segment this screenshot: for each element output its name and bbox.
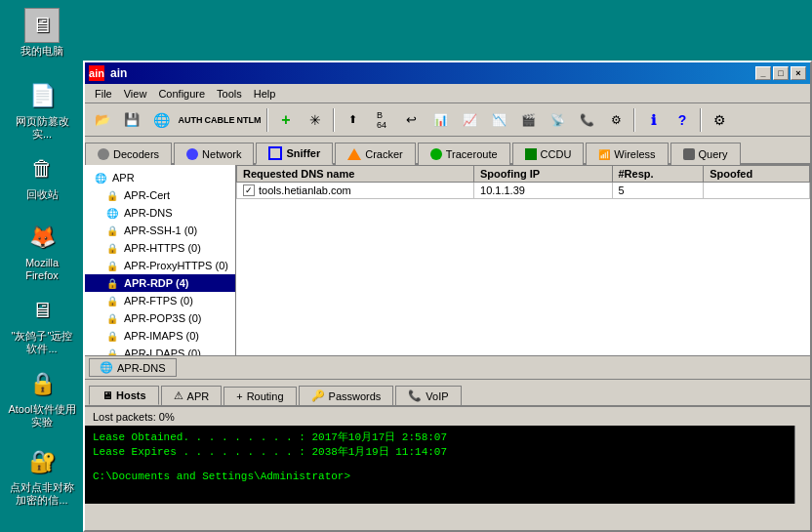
dns-icon: 🌐 [104, 205, 120, 221]
tb-chart3[interactable]: 📉 [485, 107, 512, 133]
tab-decoders[interactable]: Decoders [85, 143, 172, 165]
tb-gear[interactable]: ⚙ [602, 107, 629, 133]
tab-query[interactable]: Query [670, 143, 741, 165]
table-row[interactable]: ✓ tools.hetianlab.com 10.1.1.39 5 [237, 183, 810, 199]
tree-apr-pop3s[interactable]: 🔒 APR-POP3S (0) [85, 309, 235, 327]
row-checkbox[interactable]: ✓ [243, 184, 255, 196]
data-panel: Requested DNS name Spoofing IP #Resp. Sp… [236, 165, 810, 355]
menu-help[interactable]: Help [248, 86, 282, 102]
tree-apr-imaps[interactable]: 🔒 APR-IMAPS (0) [85, 327, 235, 345]
apr-dns-tab[interactable]: 🌐 APR-DNS [89, 358, 177, 377]
title-bar: ain ain _ □ × [85, 62, 810, 84]
desktop-icon-webpage[interactable]: 📄 网页防篡改实... [8, 78, 76, 141]
desktop-icon-atool[interactable]: 🔒 Atool软件使用实验 [8, 366, 76, 429]
col-resp: #Resp. [612, 166, 704, 183]
bottom-tab-passwords[interactable]: 🔑 Passwords [299, 386, 394, 405]
tb-signal[interactable]: 📡 [544, 107, 571, 133]
menu-file[interactable]: File [89, 86, 118, 102]
tree-apr-dns[interactable]: 🌐 APR-DNS [85, 204, 235, 222]
tb-decode[interactable]: ⬆ [339, 107, 366, 133]
tb-star[interactable]: ✳ [302, 107, 329, 133]
tree-apr[interactable]: 🌐 APR [85, 169, 235, 186]
cell-dns: ✓ tools.hetianlab.com [237, 183, 474, 199]
tb-open[interactable]: 📂 [89, 107, 116, 133]
desktop-icon-remote[interactable]: 🖥 "灰鸽子"远控软件... [8, 293, 76, 355]
toolbar: 📂 💾 🌐 AUTH CABLE NTLM + ✳ ⬆ B64 ↩ 📊 📈 📉 … [85, 103, 810, 137]
cell-ip: 10.1.1.39 [474, 183, 612, 199]
bottom-tab-apr[interactable]: ⚠ APR [161, 386, 223, 405]
tb-chart1[interactable]: 📊 [426, 107, 454, 133]
terminal-line-4: C:\Documents and Settings\Administrator> [93, 471, 802, 482]
close-button[interactable]: × [791, 66, 806, 80]
tb-chart2[interactable]: 📈 [456, 107, 483, 133]
desktop-icon-abel[interactable]: 🔐 点对点非对称加密的信... [8, 444, 76, 507]
tree-apr-ftps[interactable]: 🔒 APR-FTPS (0) [85, 292, 235, 309]
main-tabs: Decoders Network Sniffer Cracker Tracero… [85, 137, 810, 165]
window-title: ain [110, 66, 755, 80]
toolbar-separator-2 [333, 108, 335, 132]
rdp-icon: 🔒 [104, 275, 120, 291]
maximize-button[interactable]: □ [773, 66, 789, 80]
status-bar: Lost packets: 0% [85, 406, 810, 426]
tb-film[interactable]: 🎬 [514, 107, 542, 133]
desktop-icon-firefox[interactable]: 🦊 Mozilla Firefox [8, 220, 76, 282]
tb-help[interactable]: ? [669, 107, 696, 133]
minimize-button[interactable]: _ [755, 66, 771, 80]
ssh-icon: 🔒 [104, 223, 120, 238]
tb-phone[interactable]: 📞 [573, 107, 600, 133]
https-icon: 🔒 [104, 240, 120, 256]
apr-dns-label-bar: 🌐 APR-DNS [85, 355, 810, 379]
ldaps-icon: 🔒 [104, 346, 120, 355]
cert-icon: 🔒 [104, 187, 120, 203]
col-spoofed: Spoofed [704, 166, 810, 183]
tree-apr-rdp[interactable]: 🔒 APR-RDP (4) [85, 274, 235, 292]
imaps-icon: 🔒 [104, 328, 120, 344]
tb-config[interactable]: ⚙ [706, 107, 733, 133]
tab-network[interactable]: Network [174, 143, 254, 165]
tab-sniffer[interactable]: Sniffer [256, 143, 333, 165]
tb-info[interactable]: ℹ [639, 107, 667, 133]
desktop-icon-my-computer[interactable]: 🖥 我的电脑 [8, 8, 76, 58]
col-ip: Spoofing IP [474, 166, 612, 183]
status-text: Lost packets: 0% [93, 411, 175, 423]
tab-wireless[interactable]: 📶 Wireless [586, 143, 668, 165]
dns-table: Requested DNS name Spoofing IP #Resp. Sp… [236, 165, 810, 199]
menu-configure[interactable]: Configure [152, 86, 211, 102]
tree-apr-https[interactable]: 🔒 APR-HTTPS (0) [85, 239, 235, 257]
bottom-tab-routing[interactable]: + Routing [223, 387, 296, 405]
app-icon: ain [89, 65, 104, 81]
cell-spoofed [704, 183, 810, 199]
tree-apr-proxy[interactable]: 🔒 APR-ProxyHTTPS (0) [85, 257, 235, 274]
tree-apr-ssh[interactable]: 🔒 APR-SSH-1 (0) [85, 222, 235, 239]
tree-panel: 🌐 APR 🔒 APR-Cert 🌐 APR-DNS 🔒 APR-SSH-1 (… [85, 165, 236, 355]
tb-cable[interactable]: CABLE [206, 107, 233, 133]
tb-b64[interactable]: B64 [368, 107, 395, 133]
menu-bar: File View Configure Tools Help [85, 84, 810, 103]
terminal-line-3 [93, 459, 802, 471]
tb-auth[interactable]: AUTH [177, 107, 204, 133]
tb-plus[interactable]: + [272, 107, 300, 133]
terminal-scrollbar[interactable] [794, 426, 810, 504]
tree-apr-ldaps[interactable]: 🔒 APR-LDAPS (0) [85, 345, 235, 355]
menu-tools[interactable]: Tools [211, 86, 248, 102]
col-dns: Requested DNS name [237, 166, 474, 183]
bottom-tabs: 🖥 Hosts ⚠ APR + Routing 🔑 Passwords 📞 Vo… [85, 379, 810, 406]
ftps-icon: 🔒 [104, 293, 120, 308]
menu-view[interactable]: View [118, 86, 153, 102]
tree-apr-cert[interactable]: 🔒 APR-Cert [85, 186, 235, 204]
tab-traceroute[interactable]: Traceroute [418, 143, 510, 165]
tb-save[interactable]: 💾 [118, 107, 145, 133]
tb-globe[interactable]: 🌐 [147, 107, 175, 133]
tb-ntlm[interactable]: NTLM [235, 107, 263, 133]
bottom-tab-hosts[interactable]: 🖥 Hosts [89, 386, 159, 405]
tab-ccdu[interactable]: CCDU [512, 143, 585, 165]
tab-cracker[interactable]: Cracker [335, 143, 416, 165]
proxy-icon: 🔒 [104, 258, 120, 273]
pop3s-icon: 🔒 [104, 310, 120, 326]
desktop-icon-recycle[interactable]: 🗑 回收站 [8, 151, 76, 201]
toolbar-separator-1 [266, 108, 268, 132]
bottom-tab-voip[interactable]: 📞 VoIP [395, 386, 461, 405]
terminal: Lease Obtained. . . . . . . . . : 2017年1… [85, 426, 810, 504]
apr-icon: 🌐 [93, 170, 108, 185]
tb-arrow[interactable]: ↩ [397, 107, 425, 133]
